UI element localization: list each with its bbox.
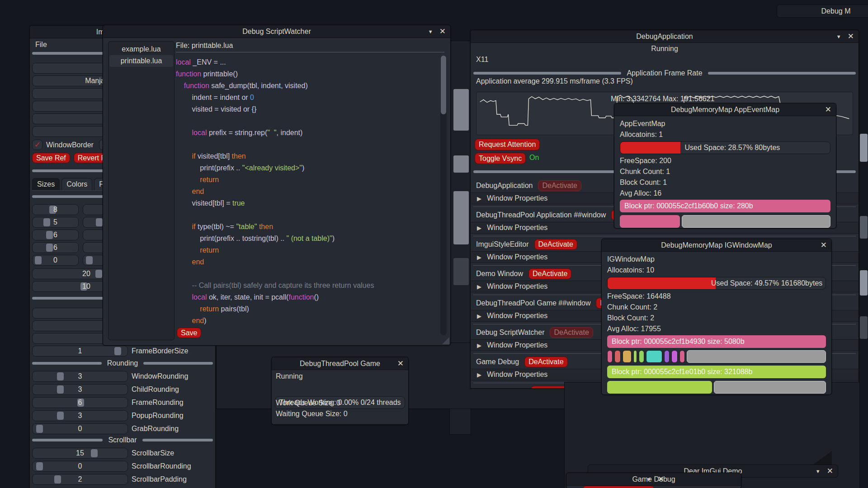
slider-ScrollbarRounding[interactable]: 0 xyxy=(32,461,128,472)
slider-PopupRounding[interactable]: 3 xyxy=(32,410,128,421)
slider-grab[interactable] xyxy=(54,475,61,483)
slider-FrameBorderSize[interactable]: 1 xyxy=(32,346,128,357)
file-menu[interactable]: File xyxy=(35,40,47,50)
slider-grab[interactable] xyxy=(36,425,43,433)
code-token: local xyxy=(192,293,207,301)
script-watcher-titlebar[interactable]: Debug ScriptWatcher ▼ ✕ xyxy=(103,25,450,38)
code-token: end xyxy=(192,317,204,324)
block1-ptr-bar: Block ptr: 000055c2cf1b4930 size: 5080b xyxy=(607,335,826,348)
close-icon[interactable]: ✕ xyxy=(397,359,404,368)
background-slider-fragment xyxy=(860,316,868,339)
slider-grab[interactable] xyxy=(86,256,93,264)
script-watcher-window: Debug ScriptWatcher ▼ ✕ example.luaprint… xyxy=(103,25,451,346)
code-token: return xyxy=(200,246,219,254)
code-token: local xyxy=(176,58,191,66)
slider-grab[interactable] xyxy=(57,372,64,380)
slider-value: 0 xyxy=(78,425,82,433)
request-attention-button[interactable]: Request Attention xyxy=(475,139,540,150)
code-token: ) xyxy=(204,317,206,324)
slider-value: 10 xyxy=(82,282,90,291)
slider-grab[interactable] xyxy=(96,218,103,226)
map-name: IGWindowMap xyxy=(607,254,826,265)
deactivate-button[interactable]: DeActivate xyxy=(538,180,581,191)
slider-grab[interactable] xyxy=(91,449,98,457)
slider-WindowRounding[interactable]: 3 xyxy=(32,371,128,382)
slider-grab[interactable] xyxy=(46,231,53,239)
code-token: indent = indent or xyxy=(176,94,250,101)
memory-map-ig-title: DebugMemoryMap IGWindowMap xyxy=(661,241,772,249)
code-scrollbar[interactable] xyxy=(440,56,447,335)
deactivate-button[interactable]: DeActivate xyxy=(528,268,571,279)
file-item-example.lua[interactable]: example.lua xyxy=(109,43,173,55)
deactivate-button[interactable]: DeActivate xyxy=(550,327,593,338)
window-border-checkbox[interactable]: ✓ xyxy=(32,140,42,150)
close-icon[interactable]: ✕ xyxy=(825,105,831,114)
frame-average-text: Application average 299.915 ms/frame (3.… xyxy=(476,77,633,85)
game-debug-button-fragment[interactable] xyxy=(583,486,654,488)
tab-sizes[interactable]: Sizes xyxy=(32,178,60,190)
slider-pair-4-a[interactable]: 0 xyxy=(32,255,79,266)
memory-map-ig-titlebar[interactable]: DebugMemoryMap IGWindowMap ✕ xyxy=(602,239,831,252)
thread-pool-titlebar[interactable]: DebugThreadPool Game ✕ xyxy=(272,357,408,370)
slider-FrameRounding[interactable]: 6 xyxy=(32,397,128,408)
check-icon: ✓ xyxy=(34,140,40,150)
resize-grip-icon[interactable] xyxy=(812,451,832,465)
used-space-fill xyxy=(620,142,680,154)
slider-ScrollbarSize[interactable]: 15 xyxy=(32,448,128,459)
background-window-titlebar[interactable]: Debug M xyxy=(777,5,868,18)
code-token: ) xyxy=(332,235,335,242)
slider-grab[interactable] xyxy=(57,385,64,394)
code-line: indent = indent or 0 xyxy=(176,92,444,103)
collapse-icon[interactable]: ▼ xyxy=(816,469,821,474)
slider-pair-2-a[interactable]: 6 xyxy=(32,230,79,240)
file-item-printtable.lua[interactable]: printtable.lua xyxy=(109,55,173,67)
collapse-icon[interactable]: ▼ xyxy=(836,34,841,39)
slider-pair-3-a[interactable]: 6 xyxy=(32,242,79,253)
memory-swatch xyxy=(633,350,637,363)
slider-grab[interactable] xyxy=(36,462,43,470)
slider-ScrollbarPadding[interactable]: 2 xyxy=(32,474,128,485)
window-entry-name: DebugThreadPool Game ##window xyxy=(476,299,590,307)
slider-ChildRounding[interactable]: 3 xyxy=(32,384,128,395)
deactivate-button[interactable]: DeActivate xyxy=(524,357,567,367)
collapse-icon[interactable]: ▼ xyxy=(428,29,433,34)
slider-grab[interactable] xyxy=(35,256,42,264)
memory-map-app-event-titlebar[interactable]: DebugMemoryMap AppEventMap ✕ xyxy=(614,103,836,116)
game-debug-titlebar[interactable]: Game Debug ▼ ✕ xyxy=(566,473,741,486)
collapse-icon[interactable]: ▼ xyxy=(646,477,651,482)
slider-value: 1 xyxy=(78,347,82,355)
window-properties-label: Window Properties xyxy=(487,224,547,232)
block1-usage-row xyxy=(607,350,826,363)
background-slider-fragment xyxy=(860,134,868,162)
tab-colors[interactable]: Colors xyxy=(61,178,92,190)
slider-grab[interactable] xyxy=(95,270,102,278)
labeled-slider-row: 15ScrollbarSize xyxy=(32,448,191,459)
slider-grab[interactable] xyxy=(43,218,50,226)
slider-pair-1-a[interactable]: 5 xyxy=(32,217,79,228)
slider-value: 3 xyxy=(78,385,82,394)
slider-pair-0-a[interactable]: 8 xyxy=(32,204,79,215)
code-line: -- Call pairs(tbl) safely and capture it… xyxy=(176,280,444,291)
slider-grab[interactable] xyxy=(57,412,64,420)
slider-GrabRounding[interactable]: 0 xyxy=(32,423,128,434)
used-space-text: Used Space: 28.57% 80bytes xyxy=(685,142,780,154)
deactivate-button[interactable]: DeActivate xyxy=(534,239,577,250)
code-token: end xyxy=(192,188,204,195)
toggle-vsync-button[interactable]: Toggle Vsync xyxy=(475,153,526,164)
memory-swatch xyxy=(646,350,662,363)
slider-label-ScrollbarPadding: ScrollbarPadding xyxy=(132,475,187,483)
slider-grab[interactable] xyxy=(46,244,53,252)
rounding-header-label: Rounding xyxy=(107,359,138,367)
close-icon[interactable]: ✕ xyxy=(827,466,833,476)
resize-grip-icon[interactable] xyxy=(442,337,449,344)
close-icon[interactable]: ✕ xyxy=(658,474,664,484)
slider-grab[interactable] xyxy=(114,347,121,355)
close-icon[interactable]: ✕ xyxy=(821,240,827,250)
save-script-button[interactable]: Save xyxy=(177,328,201,338)
close-icon[interactable]: ✕ xyxy=(848,32,854,41)
debug-application-titlebar[interactable]: DebugApplication ▼ ✕ xyxy=(471,30,859,43)
close-icon[interactable]: ✕ xyxy=(439,27,446,36)
save-ref-button[interactable]: Save Ref xyxy=(32,153,70,163)
code-scrollbar-thumb[interactable] xyxy=(441,56,446,114)
platform-label: X11 xyxy=(476,56,488,64)
